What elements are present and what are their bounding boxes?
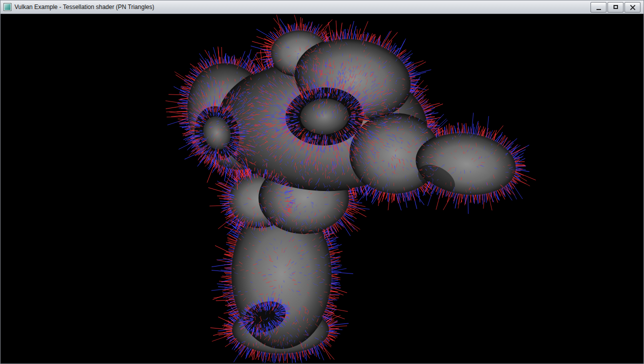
app-icon [4, 3, 12, 11]
minimize-icon [596, 9, 601, 10]
title-bar[interactable]: Vulkan Example - Tessellation shader (PN… [0, 0, 644, 14]
maximize-icon [614, 5, 618, 9]
close-icon [630, 4, 636, 10]
close-button[interactable] [624, 2, 640, 12]
window-title: Vulkan Example - Tessellation shader (PN… [14, 4, 154, 10]
app-window: Vulkan Example - Tessellation shader (PN… [0, 0, 644, 364]
minimize-button[interactable] [590, 2, 606, 12]
render-viewport[interactable] [0, 14, 644, 363]
maximize-button[interactable] [608, 2, 624, 12]
window-controls [590, 2, 640, 12]
